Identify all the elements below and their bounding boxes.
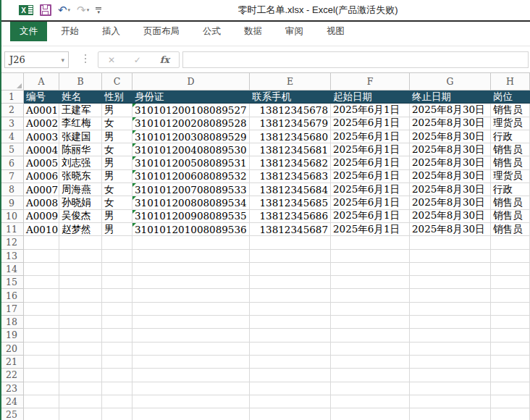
- cell-E1[interactable]: 联系手机: [250, 91, 331, 104]
- cell-B19[interactable]: [59, 329, 102, 342]
- cell-A17[interactable]: [24, 303, 59, 316]
- cell-B15[interactable]: [59, 276, 102, 289]
- cell-A16[interactable]: [24, 289, 59, 302]
- cell-G17[interactable]: [410, 303, 491, 316]
- row-header-24[interactable]: 24: [0, 395, 24, 408]
- cell-C1[interactable]: 性别: [102, 91, 132, 104]
- row-header-21[interactable]: 21: [0, 356, 24, 369]
- redo-icon[interactable]: ↷: [77, 5, 86, 15]
- cell-B17[interactable]: [59, 303, 102, 316]
- cell-F15[interactable]: [331, 276, 410, 289]
- ribbon-tab-3[interactable]: 页面布局: [134, 22, 189, 41]
- cell-H12[interactable]: [491, 236, 530, 249]
- cell-A21[interactable]: [24, 356, 59, 369]
- cell-F14[interactable]: [331, 263, 410, 276]
- cell-E6[interactable]: 13812345682: [250, 156, 331, 169]
- cell-D20[interactable]: [132, 343, 250, 356]
- cell-A19[interactable]: [24, 329, 59, 342]
- cell-F5[interactable]: 2025年6月1日: [331, 143, 410, 156]
- cell-D3[interactable]: 310101200208089528: [132, 117, 250, 130]
- cell-B13[interactable]: [59, 250, 102, 263]
- row-header-22[interactable]: 22: [0, 369, 24, 382]
- cell-G3[interactable]: 2025年8月30日: [410, 117, 491, 130]
- cell-D25[interactable]: [132, 408, 250, 420]
- cell-F19[interactable]: [331, 329, 410, 342]
- cell-G22[interactable]: [410, 369, 491, 382]
- cell-E9[interactable]: 13812345685: [250, 196, 331, 209]
- cell-A23[interactable]: [24, 382, 59, 395]
- cell-H7[interactable]: 理货员: [491, 170, 530, 183]
- row-header-12[interactable]: 12: [0, 236, 24, 249]
- name-box[interactable]: J26 ▾: [4, 51, 69, 68]
- cell-H15[interactable]: [491, 276, 530, 289]
- row-header-8[interactable]: 8: [0, 183, 24, 196]
- cell-D18[interactable]: [132, 316, 250, 329]
- cell-B25[interactable]: [59, 408, 102, 420]
- cell-D22[interactable]: [132, 369, 250, 382]
- cell-H11[interactable]: 销售员: [491, 223, 530, 236]
- cell-E20[interactable]: [250, 343, 331, 356]
- cell-C5[interactable]: 女: [102, 143, 132, 156]
- column-header-C[interactable]: C: [102, 73, 132, 91]
- cell-C4[interactable]: 男: [102, 130, 132, 143]
- cell-H20[interactable]: [491, 343, 530, 356]
- cell-B22[interactable]: [59, 369, 102, 382]
- cell-D10[interactable]: 310101200908089535: [132, 210, 250, 223]
- cell-F20[interactable]: [331, 343, 410, 356]
- cell-A11[interactable]: A0010: [24, 223, 59, 236]
- cell-H19[interactable]: [491, 329, 530, 342]
- cell-F23[interactable]: [331, 382, 410, 395]
- ribbon-tab-7[interactable]: 视图: [317, 22, 354, 41]
- cell-H5[interactable]: 销售员: [491, 143, 530, 156]
- ribbon-tab-5[interactable]: 数据: [235, 22, 272, 41]
- cell-E10[interactable]: 13812345686: [250, 210, 331, 223]
- cell-D2[interactable]: 310101200108089527: [132, 104, 250, 117]
- cell-H21[interactable]: [491, 356, 530, 369]
- redo-dropdown-caret-icon[interactable]: ▾: [87, 7, 90, 13]
- cell-E8[interactable]: 13812345684: [250, 183, 331, 196]
- cell-B20[interactable]: [59, 343, 102, 356]
- cell-C6[interactable]: 男: [102, 156, 132, 169]
- formula-input[interactable]: [182, 51, 529, 68]
- column-header-F[interactable]: F: [331, 73, 410, 91]
- cell-E23[interactable]: [250, 382, 331, 395]
- cell-E24[interactable]: [250, 395, 331, 408]
- cell-H24[interactable]: [491, 395, 530, 408]
- cell-B7[interactable]: 张晓东: [59, 170, 102, 183]
- cell-C22[interactable]: [102, 369, 132, 382]
- cell-F6[interactable]: 2025年6月1日: [331, 156, 410, 169]
- cell-F16[interactable]: [331, 289, 410, 302]
- cell-B10[interactable]: 吴俊杰: [59, 210, 102, 223]
- cell-G18[interactable]: [410, 316, 491, 329]
- cell-A1[interactable]: 编号: [24, 91, 59, 104]
- cell-G10[interactable]: 2025年8月30日: [410, 210, 491, 223]
- cell-F18[interactable]: [331, 316, 410, 329]
- row-header-17[interactable]: 17: [0, 303, 24, 316]
- cell-D4[interactable]: 310101200308089529: [132, 130, 250, 143]
- cell-C21[interactable]: [102, 356, 132, 369]
- row-header-3[interactable]: 3: [0, 117, 24, 130]
- cell-A12[interactable]: [24, 236, 59, 249]
- cell-F4[interactable]: 2025年6月1日: [331, 130, 410, 143]
- ribbon-tab-6[interactable]: 审阅: [276, 22, 313, 41]
- cell-H13[interactable]: [491, 250, 530, 263]
- cell-D8[interactable]: 310101200708089533: [132, 183, 250, 196]
- cell-B23[interactable]: [59, 382, 102, 395]
- redo-button[interactable]: ↷ ▾: [77, 5, 89, 15]
- cell-G24[interactable]: [410, 395, 491, 408]
- cell-G19[interactable]: [410, 329, 491, 342]
- cell-B3[interactable]: 李红梅: [59, 117, 102, 130]
- name-box-dropdown-icon[interactable]: ▾: [61, 56, 64, 64]
- cell-C10[interactable]: 男: [102, 210, 132, 223]
- cell-D14[interactable]: [132, 263, 250, 276]
- cell-H10[interactable]: 销售员: [491, 210, 530, 223]
- cell-G8[interactable]: 2025年8月30日: [410, 183, 491, 196]
- cell-H18[interactable]: [491, 316, 530, 329]
- undo-icon[interactable]: ↶: [58, 5, 67, 15]
- cell-H23[interactable]: [491, 382, 530, 395]
- cell-A22[interactable]: [24, 369, 59, 382]
- cell-E11[interactable]: 13812345687: [250, 223, 331, 236]
- cell-H4[interactable]: 行政: [491, 130, 530, 143]
- save-icon[interactable]: [40, 4, 51, 16]
- cell-A13[interactable]: [24, 250, 59, 263]
